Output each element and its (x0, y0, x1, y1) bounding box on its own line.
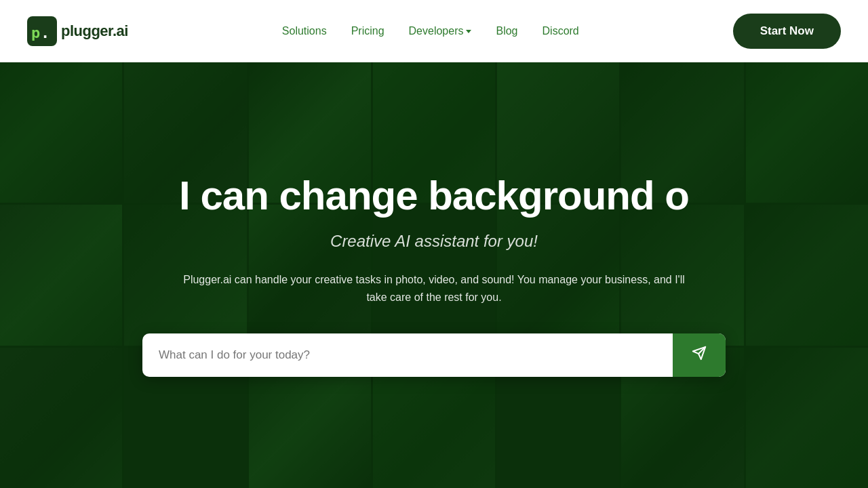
nav-item-discord[interactable]: Discord (542, 25, 579, 37)
start-now-button[interactable]: Start Now (733, 14, 841, 49)
svg-text:p: p (31, 24, 40, 41)
hero-section: I can change background o Creative AI as… (0, 62, 868, 488)
nav-links: Solutions Pricing Developers Blog Discor… (282, 25, 579, 37)
nav-link-solutions[interactable]: Solutions (282, 25, 327, 37)
hero-title: I can change background o (179, 174, 689, 218)
nav-link-discord[interactable]: Discord (542, 25, 579, 37)
chevron-down-icon (466, 30, 471, 33)
hero-subtitle: Creative AI assistant for you! (330, 232, 538, 251)
navbar: p . plugger.ai Solutions Pricing Develop… (0, 0, 868, 62)
logo[interactable]: p . plugger.ai (27, 16, 128, 46)
hero-description: Plugger.ai can handle your creative task… (176, 271, 692, 306)
search-bar (142, 333, 726, 377)
nav-item-pricing[interactable]: Pricing (351, 25, 384, 37)
nav-link-pricing[interactable]: Pricing (351, 25, 384, 37)
logo-text: plugger.ai (61, 22, 128, 40)
search-input[interactable] (142, 333, 673, 377)
nav-item-blog[interactable]: Blog (496, 25, 517, 37)
nav-link-developers[interactable]: Developers (409, 25, 472, 37)
logo-icon: p . (27, 16, 57, 46)
send-icon (692, 346, 707, 365)
nav-item-solutions[interactable]: Solutions (282, 25, 327, 37)
nav-item-developers[interactable]: Developers (409, 25, 472, 37)
hero-content: I can change background o Creative AI as… (0, 62, 868, 488)
svg-text:.: . (41, 24, 50, 41)
nav-link-blog[interactable]: Blog (496, 25, 517, 37)
search-button[interactable] (673, 333, 726, 377)
